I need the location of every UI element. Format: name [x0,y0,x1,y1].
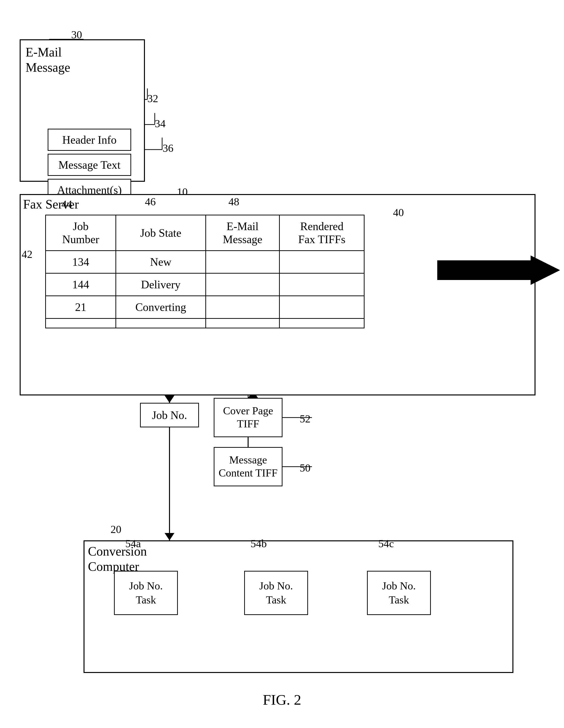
task-54c-label: Job No.Task [382,579,416,607]
fig-caption: FIG. 2 [263,691,301,708]
ref-54c: 54c [378,537,394,550]
ref-46: 46 [145,196,156,208]
svg-marker-16 [165,395,174,403]
cell-email-1 [206,251,280,273]
ref-42: 42 [22,248,32,261]
cell-job-empty [46,319,116,328]
table-row: 134 New [46,251,364,273]
message-content-label: MessageContent TIFF [219,454,278,480]
transmission-arrow [437,255,560,285]
header-info-box: Header Info [48,129,131,151]
ref-54a: 54a [125,537,141,550]
cell-tiff-2 [280,273,364,296]
cell-job-134: 134 [46,251,116,273]
table-row: 21 Converting [46,296,364,319]
cell-state-empty [116,319,206,328]
cover-page-label: Cover PageTIFF [223,405,273,431]
task-54b-label: Job No.Task [259,579,293,607]
cell-state-converting: Converting [116,296,206,319]
ref-48: 48 [228,196,239,208]
ref-52: 52 [300,413,310,425]
fax-table: JobNumber Job State E-MailMessage Render… [45,215,365,328]
task-54a-label: Job No.Task [129,579,163,607]
ref-32: 32 [147,92,158,105]
ref-50: 50 [300,462,310,474]
ref-36: 36 [163,142,173,154]
col-job-number: JobNumber [46,215,116,251]
conversion-computer-box: ConversionComputer Job No.Task Job No.Ta… [84,540,513,673]
cell-email-2 [206,273,280,296]
ref-44: 44 [61,198,72,210]
email-message-label: E-MailMessage [26,45,70,75]
header-info-label: Header Info [62,133,117,146]
job-no-label: Job No. [152,409,187,422]
message-text-box: Message Text [48,154,131,176]
diagram-container: 30 E-MailMessage Header Info Message Tex… [0,0,564,728]
ref-54b: 54b [251,537,267,550]
table-row: 144 Delivery [46,273,364,296]
svg-marker-32 [437,255,560,285]
ref-40: 40 [393,206,404,219]
cell-tiff-1 [280,251,364,273]
col-email-message: E-MailMessage [206,215,280,251]
col-rendered-fax: RenderedFax TIFFs [280,215,364,251]
message-text-label: Message Text [58,158,121,171]
task-box-54c: Job No.Task [367,571,431,615]
cell-tiff-4 [280,319,364,328]
job-no-box: Job No. [140,403,199,427]
table-row [46,319,364,328]
cell-state-new: New [116,251,206,273]
cell-email-3 [206,296,280,319]
fax-server-box: Fax Server JobNumber Job State E-MailMes… [20,194,536,395]
task-box-54a: Job No.Task [114,571,178,615]
cell-job-144: 144 [46,273,116,296]
svg-marker-18 [165,533,174,540]
message-content-box: MessageContent TIFF [214,447,282,486]
cell-job-21: 21 [46,296,116,319]
cell-email-4 [206,319,280,328]
task-box-54b: Job No.Task [244,571,308,615]
cell-state-delivery: Delivery [116,273,206,296]
cover-page-box: Cover PageTIFF [214,398,282,437]
cell-tiff-3 [280,296,364,319]
col-job-state: Job State [116,215,206,251]
ref-20: 20 [111,523,121,536]
email-message-box: E-MailMessage Header Info Message Text A… [20,39,145,182]
ref-34: 34 [155,117,166,130]
